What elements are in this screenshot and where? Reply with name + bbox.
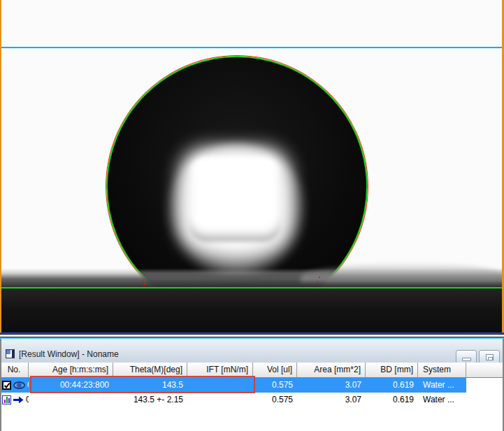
minimize-button[interactable] [456, 350, 477, 364]
column-header-system[interactable]: System [418, 363, 466, 378]
cell-system: Water ... [418, 393, 466, 407]
cell-area: 3.07 [297, 393, 366, 407]
cell-theta: 143.5 +- 2.15 [113, 393, 187, 407]
result-window: [Result Window] - Noname No. Age [h:m:s:… [0, 337, 504, 431]
result-window-left-border [0, 339, 1, 431]
cell-ift [187, 393, 253, 407]
cell-bd: 0.619 [366, 378, 418, 393]
column-header-area[interactable]: Area [mm*2] [297, 363, 366, 378]
video-bottom-border-shadow [0, 334, 504, 335]
cell-age [29, 393, 113, 407]
restore-icon [486, 354, 494, 360]
column-header-bd[interactable]: BD [mm] [366, 363, 418, 378]
contour-residual-dots [143, 279, 144, 281]
result-window-titlebar[interactable]: [Result Window] - Noname [0, 339, 504, 363]
reference-line [0, 47, 504, 48]
baseline-line [1, 287, 503, 288]
arrow-right-icon [13, 396, 24, 404]
column-header-no[interactable]: No. [0, 363, 29, 378]
result-window-title: [Result Window] - Noname [19, 349, 119, 359]
app-root: [Result Window] - Noname No. Age [h:m:s:… [0, 0, 504, 431]
histogram-icon [2, 395, 11, 404]
result-row-statistics[interactable]: 0... 143.5 +- 2.15 0.575 3.07 0.619 Wate… [0, 393, 466, 407]
cell-vol: 0.575 [253, 393, 297, 407]
column-header-blank [466, 363, 504, 378]
droplet-reflection-highlight [189, 156, 281, 242]
drop-contour-oval-icon [13, 381, 25, 389]
cell-no: 0... [0, 393, 29, 407]
annotation-highlight-box [30, 376, 255, 393]
cell-system: Water ... [418, 378, 466, 393]
cell-area: 3.07 [297, 378, 366, 393]
cell-bd: 0.619 [366, 393, 418, 407]
result-window-icon [6, 349, 15, 358]
cell-no: 0... [0, 378, 29, 393]
column-header-vol[interactable]: Vol [ul] [253, 363, 297, 378]
minimize-icon [462, 358, 471, 361]
row-checkbox-checked[interactable] [2, 381, 11, 390]
restore-button[interactable] [479, 350, 500, 364]
camera-view-panel [0, 0, 504, 333]
cell-vol: 0.575 [253, 378, 297, 393]
frame-edge-left-line [0, 0, 1, 333]
